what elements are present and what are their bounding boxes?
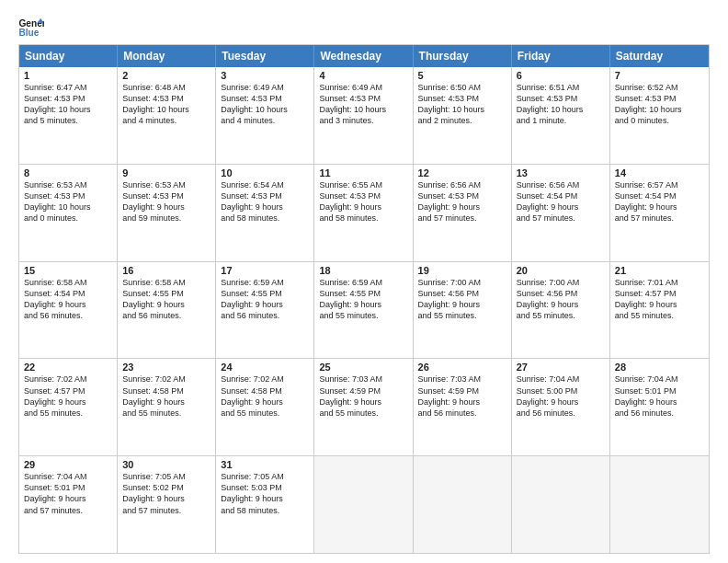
calendar-cell: 5Sunrise: 6:50 AMSunset: 4:53 PMDaylight… <box>414 67 512 164</box>
calendar-cell: 29Sunrise: 7:04 AMSunset: 5:01 PMDayligh… <box>19 456 118 553</box>
calendar-cell: 24Sunrise: 7:02 AMSunset: 4:58 PMDayligh… <box>216 359 314 455</box>
cell-line: and 55 minutes. <box>517 310 605 321</box>
calendar-cell <box>314 456 413 553</box>
calendar-row: 1Sunrise: 6:47 AMSunset: 4:53 PMDaylight… <box>19 67 709 165</box>
cell-line: Sunrise: 7:01 AM <box>615 277 704 288</box>
header-cell: Friday <box>512 45 610 67</box>
cell-line: Daylight: 9 hours <box>418 201 506 213</box>
cell-line: Daylight: 9 hours <box>418 396 506 408</box>
cell-line: Sunset: 4:53 PM <box>517 93 605 104</box>
day-number: 30 <box>122 459 210 470</box>
day-number: 24 <box>221 362 309 373</box>
cell-line: Sunset: 4:54 PM <box>24 288 112 299</box>
cell-line: Sunset: 4:54 PM <box>517 190 605 201</box>
cell-line: and 0 minutes. <box>24 213 112 224</box>
day-number: 10 <box>221 167 309 178</box>
calendar-cell: 13Sunrise: 6:56 AMSunset: 4:54 PMDayligh… <box>512 165 610 261</box>
calendar-cell: 14Sunrise: 6:57 AMSunset: 4:54 PMDayligh… <box>610 165 709 261</box>
day-number: 11 <box>319 167 407 178</box>
day-number: 18 <box>319 265 407 276</box>
calendar-cell: 19Sunrise: 7:00 AMSunset: 4:56 PMDayligh… <box>414 262 512 359</box>
cell-line: Sunset: 4:53 PM <box>122 190 210 201</box>
cell-line: and 55 minutes. <box>418 310 506 321</box>
cell-line: Sunrise: 6:52 AM <box>615 82 704 93</box>
cell-line: Sunset: 4:53 PM <box>221 190 309 201</box>
cell-line: and 58 minutes. <box>221 213 309 224</box>
cell-line: Sunset: 4:53 PM <box>24 190 112 201</box>
cell-line: Sunset: 4:57 PM <box>615 288 704 299</box>
cell-line: Sunrise: 7:04 AM <box>615 373 704 385</box>
day-number: 2 <box>122 70 210 81</box>
cell-line: Sunset: 4:59 PM <box>418 385 506 396</box>
cell-line: and 56 minutes. <box>221 310 309 321</box>
cell-line: and 4 minutes. <box>122 115 210 126</box>
cell-line: Sunrise: 6:49 AM <box>221 82 309 93</box>
cell-line: and 55 minutes. <box>122 408 210 419</box>
calendar-cell: 15Sunrise: 6:58 AMSunset: 4:54 PMDayligh… <box>19 262 118 359</box>
day-number: 13 <box>517 167 605 178</box>
cell-line: Sunset: 4:55 PM <box>221 288 309 299</box>
cell-line: and 55 minutes. <box>615 310 704 321</box>
cell-line: and 55 minutes. <box>24 408 112 419</box>
day-number: 27 <box>517 362 605 373</box>
cell-line: and 57 minutes. <box>615 213 704 224</box>
cell-line: and 3 minutes. <box>319 115 407 126</box>
header: General Blue <box>18 17 710 37</box>
day-number: 16 <box>122 265 210 276</box>
cell-line: Sunrise: 6:55 AM <box>319 179 407 190</box>
cell-line: and 2 minutes. <box>418 115 506 126</box>
cell-line: Sunrise: 7:05 AM <box>221 471 309 482</box>
calendar-cell: 25Sunrise: 7:03 AMSunset: 4:59 PMDayligh… <box>314 359 413 455</box>
day-number: 28 <box>615 362 704 373</box>
cell-line: Sunrise: 6:54 AM <box>221 179 309 190</box>
day-number: 31 <box>221 459 309 470</box>
calendar-cell: 2Sunrise: 6:48 AMSunset: 4:53 PMDaylight… <box>118 67 216 164</box>
cell-line: Daylight: 9 hours <box>615 201 704 213</box>
logo: General Blue <box>18 17 44 37</box>
cell-line: and 56 minutes. <box>517 408 605 419</box>
day-number: 19 <box>418 265 506 276</box>
day-number: 20 <box>517 265 605 276</box>
logo-icon: General Blue <box>18 17 44 37</box>
cell-line: and 1 minute. <box>517 115 605 126</box>
cell-line: and 55 minutes. <box>319 310 407 321</box>
cell-line: Sunrise: 7:04 AM <box>517 373 605 385</box>
calendar-cell: 22Sunrise: 7:02 AMSunset: 4:57 PMDayligh… <box>19 359 118 455</box>
cell-line: Daylight: 9 hours <box>221 201 309 213</box>
cell-line: Sunrise: 6:59 AM <box>221 277 309 288</box>
header-cell: Wednesday <box>314 45 413 67</box>
cell-line: Sunrise: 6:57 AM <box>615 179 704 190</box>
calendar-cell: 12Sunrise: 6:56 AMSunset: 4:53 PMDayligh… <box>414 165 512 261</box>
day-number: 4 <box>319 70 407 81</box>
header-cell: Thursday <box>414 45 512 67</box>
calendar-cell: 21Sunrise: 7:01 AMSunset: 4:57 PMDayligh… <box>610 262 709 359</box>
cell-line: Sunset: 4:53 PM <box>418 190 506 201</box>
cell-line: Daylight: 10 hours <box>221 104 309 115</box>
cell-line: Daylight: 9 hours <box>517 201 605 213</box>
calendar-cell: 11Sunrise: 6:55 AMSunset: 4:53 PMDayligh… <box>314 165 413 261</box>
cell-line: and 55 minutes. <box>319 408 407 419</box>
cell-line: Sunset: 4:56 PM <box>418 288 506 299</box>
calendar-cell: 30Sunrise: 7:05 AMSunset: 5:02 PMDayligh… <box>118 456 216 553</box>
cell-line: Daylight: 10 hours <box>418 104 506 115</box>
cell-line: Daylight: 9 hours <box>221 396 309 408</box>
cell-line: and 57 minutes. <box>122 505 210 516</box>
cell-line: Daylight: 10 hours <box>24 104 112 115</box>
cell-line: Daylight: 9 hours <box>517 396 605 408</box>
cell-line: Sunrise: 6:53 AM <box>24 179 112 190</box>
cell-line: Daylight: 9 hours <box>221 493 309 504</box>
day-number: 15 <box>24 265 112 276</box>
cell-line: Sunset: 4:54 PM <box>615 190 704 201</box>
header-cell: Tuesday <box>216 45 314 67</box>
calendar-cell: 17Sunrise: 6:59 AMSunset: 4:55 PMDayligh… <box>216 262 314 359</box>
cell-line: Sunset: 5:03 PM <box>221 482 309 493</box>
cell-line: Daylight: 9 hours <box>24 396 112 408</box>
cell-line: and 56 minutes. <box>24 310 112 321</box>
cell-line: Sunrise: 7:00 AM <box>418 277 506 288</box>
cell-line: and 56 minutes. <box>418 408 506 419</box>
header-cell: Saturday <box>610 45 709 67</box>
cell-line: and 56 minutes. <box>122 310 210 321</box>
calendar-row: 15Sunrise: 6:58 AMSunset: 4:54 PMDayligh… <box>19 262 709 360</box>
cell-line: Sunrise: 6:49 AM <box>319 82 407 93</box>
cell-line: Sunset: 4:59 PM <box>319 385 407 396</box>
